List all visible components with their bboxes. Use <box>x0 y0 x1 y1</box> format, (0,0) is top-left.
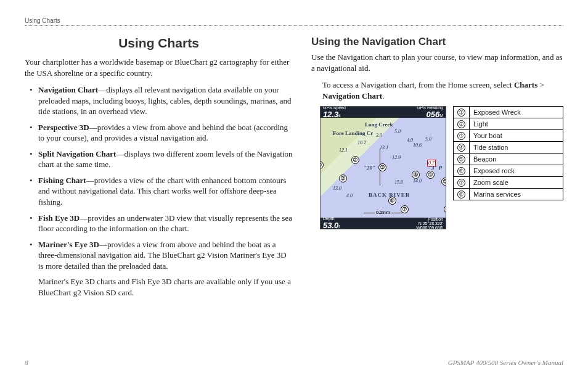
list-item: Mariner's Eye 3D—provides a view from ab… <box>38 239 293 272</box>
term: Perspective 3D <box>38 123 89 132</box>
position-lat: N 25°28.322' <box>416 221 443 226</box>
sounding: 0.7 <box>427 160 436 166</box>
legend-table: ➀Exposed Wreck ➁Light ➂Your boat ➃Tide s… <box>453 106 563 200</box>
sounding: 4.0 <box>407 137 413 143</box>
legend-num-icon: ➇ <box>457 190 465 199</box>
device-screen: GPS Speed 12.3k GPS Heading 056M Long Cr… <box>320 106 446 229</box>
right-column: Using the Navigation Chart Use the Navig… <box>311 36 563 298</box>
screen-top-bar: GPS Speed 12.3k GPS Heading 056M <box>321 107 446 118</box>
table-row: ➆Zoom scale <box>454 177 563 189</box>
list-item: Navigation Chart—displays all relevant n… <box>38 84 293 117</box>
place-label: Fore Landing Cr <box>333 130 373 136</box>
table-row: ➄Beacon <box>454 154 563 165</box>
term: Navigation Chart <box>38 85 98 94</box>
sounding: 10.6 <box>413 142 422 148</box>
place-label: Long Creek <box>365 121 393 128</box>
intro-text: Your chartplotter has a worldwide basema… <box>25 57 293 78</box>
depth-label: Depth <box>323 216 340 221</box>
breadcrumb-charts: Charts <box>514 80 537 89</box>
page-number: 8 <box>25 359 28 366</box>
legend-label: Beacon <box>470 154 563 165</box>
access-end: . <box>382 91 384 100</box>
sounding: 13.1 <box>380 145 388 150</box>
legend-num-icon: ➆ <box>457 179 465 187</box>
page-footer: 8 GPSMAP 400/500 Series Owner's Manual <box>25 359 563 366</box>
depth-value: 53.0 <box>323 221 338 229</box>
legend-num-icon: ➄ <box>457 155 465 163</box>
legend-label: Tide station <box>470 142 563 154</box>
list-item: Perspective 3D—provides a view from abov… <box>38 122 293 144</box>
legend-num-icon: ➀ <box>457 109 465 117</box>
access-instruction: To access a Navigation chart, from the H… <box>322 80 563 101</box>
navigation-chart-figure: GPS Speed 12.3k GPS Heading 056M Long Cr… <box>311 106 447 229</box>
running-header: Using Charts <box>25 17 563 24</box>
depth-unit: f <box>338 224 340 229</box>
gps-speed-unit: k <box>338 113 341 118</box>
zoom-scale: 0.2nm <box>362 210 404 215</box>
term: Fishing Chart <box>38 176 86 185</box>
legend-label: Marina services <box>470 189 563 200</box>
gps-heading-unit: M <box>439 113 443 118</box>
chart-type-list: Navigation Chart—displays all relevant n… <box>25 84 293 271</box>
table-row: ➁Light <box>454 118 563 130</box>
left-column: Using Charts Your chartplotter has a wor… <box>25 36 293 298</box>
list-item: Fish Eye 3D—provides an underwater 3D vi… <box>38 213 293 234</box>
access-pre: To access a Navigation chart, from the H… <box>322 80 514 89</box>
table-row: ➀Exposed Wreck <box>454 107 563 118</box>
callout-5b: ➄ <box>441 178 446 186</box>
subsection-intro: Use the Navigation chart to plan your co… <box>311 52 563 73</box>
list-item: Fishing Chart—provides a view of the cha… <box>38 175 293 208</box>
legend-label: Exposed rock <box>470 165 563 177</box>
term: Fish Eye 3D <box>38 213 80 223</box>
table-row: ➃Tide station <box>454 142 563 154</box>
position-label: Position <box>416 217 443 221</box>
sounding: 13.0 <box>333 186 341 191</box>
term: Mariner's Eye 3D <box>38 240 99 249</box>
legend-num-icon: ➃ <box>457 144 465 152</box>
sounding: 10.2 <box>357 140 366 145</box>
screen-bottom-bar: Depth 53.0f Position N 25°28.322' W080°0… <box>321 218 446 229</box>
legend-label: Zoom scale <box>470 177 563 189</box>
table-row: ➂Your boat <box>454 130 563 142</box>
sounding: 5.0 <box>394 129 401 134</box>
subsection-title: Using the Navigation Chart <box>311 36 563 48</box>
sounding: 14.0 <box>413 178 422 184</box>
breadcrumb-navchart: Navigation Chart <box>322 91 382 100</box>
sounding: 3.0 <box>376 133 382 138</box>
list-item: Split Navigation Chart—displays two diff… <box>38 149 293 170</box>
marker-label: "20" <box>364 165 375 171</box>
breadcrumb-sep: > <box>537 80 544 89</box>
table-row: ➇Marina services <box>454 189 563 200</box>
legend-num-icon: ➁ <box>457 120 465 128</box>
legend-label: Exposed Wreck <box>470 107 563 118</box>
sounding: 12.1 <box>339 147 348 153</box>
term: Split Navigation Chart <box>38 149 116 158</box>
sounding: 12.9 <box>392 155 401 160</box>
section-title: Using Charts <box>25 36 293 51</box>
manual-title: GPSMAP 400/500 Series Owner's Manual <box>448 359 563 366</box>
sounding: 4.0 <box>346 193 353 199</box>
position-lon: W080°09.650' <box>416 226 443 230</box>
sounding: 5.0 <box>425 136 431 142</box>
legend-num-icon: ➂ <box>457 132 465 140</box>
sounding: 15.0 <box>394 179 403 185</box>
availability-note: Mariner's Eye 3D charts and Fish Eye 3D … <box>25 276 293 298</box>
header-rule <box>25 25 563 26</box>
legend-label: Light <box>470 118 563 130</box>
legend-label: Your boat <box>470 130 563 142</box>
table-row: ➅Exposed rock <box>454 165 563 177</box>
legend-num-icon: ➅ <box>457 167 465 175</box>
